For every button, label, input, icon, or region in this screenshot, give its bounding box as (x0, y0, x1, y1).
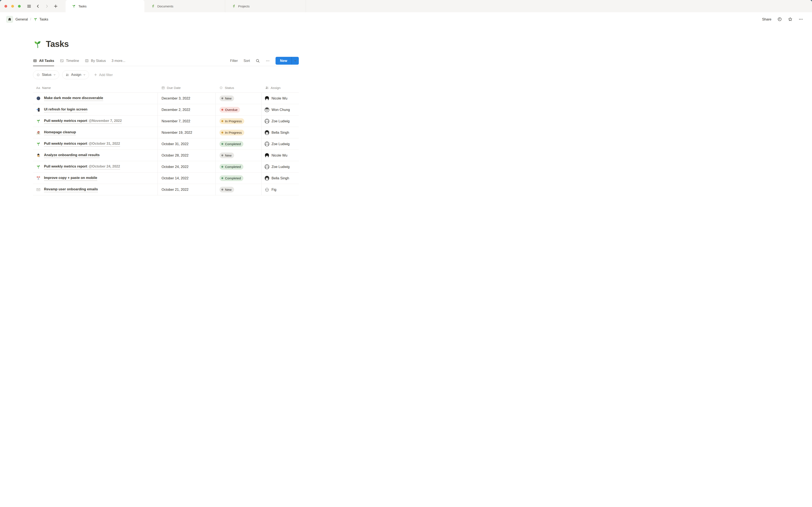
date-mention[interactable]: @November 7, 2022 (89, 119, 122, 122)
table-row[interactable]: Make dark mode more discoverableDecember… (33, 93, 299, 104)
task-name-cell[interactable]: Pull weekly metrics report@October 31, 2… (33, 138, 158, 150)
column-header-name[interactable]: Aa Name (33, 86, 158, 90)
breadcrumb-workspace[interactable]: General (15, 17, 28, 21)
task-name-cell[interactable]: Revamp user onboarding emails (33, 184, 158, 195)
filter-button[interactable]: Filter (230, 59, 238, 63)
status-cell[interactable]: New (215, 150, 261, 161)
forward-icon[interactable] (45, 4, 49, 8)
window-tab-projects[interactable]: Projects (225, 0, 306, 12)
task-name-cell[interactable]: Pull weekly metrics report@November 7, 2… (33, 116, 158, 127)
page-title[interactable]: Tasks (46, 39, 69, 49)
view-tab-all-tasks[interactable]: All Tasks (33, 56, 54, 66)
task-title[interactable]: Pull weekly metrics report (44, 164, 87, 168)
status-dot (221, 109, 223, 111)
status-cell[interactable]: Completed (215, 173, 261, 184)
window-tab-tasks[interactable]: Tasks (65, 0, 144, 12)
assign-cell[interactable]: Zoe Ludwig (261, 138, 299, 150)
assign-cell[interactable]: Nicole Wu (261, 150, 299, 161)
status-cell[interactable]: In Progress (215, 116, 261, 127)
task-name-cell[interactable]: Make dark mode more discoverable (33, 93, 158, 104)
status-badge[interactable]: In Progress (219, 118, 244, 124)
new-button-dropdown[interactable] (292, 57, 299, 65)
column-header-status[interactable]: Status (215, 86, 261, 90)
status-cell[interactable]: New (215, 93, 261, 104)
status-badge[interactable]: Completed (219, 141, 243, 147)
close-window-button[interactable] (4, 5, 7, 8)
task-name-cell[interactable]: UI refresh for login screen (33, 104, 158, 115)
breadcrumb-page[interactable]: Tasks (34, 17, 48, 21)
status-cell[interactable]: Overdue (215, 104, 261, 115)
task-name-cell[interactable]: Analyze onboarding email results (33, 150, 158, 161)
window-tab-documents[interactable]: Documents (144, 0, 225, 12)
status-cell[interactable]: In Progress (215, 127, 261, 138)
table-row[interactable]: Revamp user onboarding emailsOctober 21,… (33, 184, 299, 195)
filter-chip-assign[interactable]: Assign (62, 70, 89, 79)
new-tab-icon[interactable] (53, 4, 58, 8)
back-icon[interactable] (36, 4, 40, 8)
due-date-cell[interactable]: October 31, 2022 (158, 138, 215, 150)
date-mention[interactable]: @October 31, 2022 (89, 142, 120, 145)
assign-cell[interactable]: Zoe Ludwig (261, 116, 299, 127)
assign-cell[interactable]: Fig (261, 184, 299, 195)
table-row[interactable]: Homepage cleanupNovember 19, 2022In Prog… (33, 127, 299, 138)
status-cell[interactable]: Completed (215, 161, 261, 172)
table-view-icon (33, 59, 37, 63)
status-badge[interactable]: Completed (219, 175, 243, 181)
task-title[interactable]: Revamp user onboarding emails (44, 187, 98, 191)
due-date-cell[interactable]: October 21, 2022 (158, 184, 215, 195)
assign-cell[interactable]: Zoe Ludwig (261, 161, 299, 172)
home-icon[interactable] (6, 16, 13, 23)
assign-cell[interactable]: Bella Singh (261, 127, 299, 138)
table-row[interactable]: UI refresh for login screenDecember 2, 2… (33, 104, 299, 116)
table-row[interactable]: Analyze onboarding email resultsOctober … (33, 150, 299, 161)
table-row[interactable]: Pull weekly metrics report@October 31, 2… (33, 138, 299, 150)
task-title[interactable]: Pull weekly metrics report (44, 119, 87, 122)
task-title[interactable]: Improve copy + paste on mobile (44, 176, 97, 180)
assign-cell[interactable]: Bella Singh (261, 173, 299, 184)
task-name-cell[interactable]: Improve copy + paste on mobile (33, 173, 158, 184)
view-more-icon[interactable] (266, 59, 270, 63)
column-header-assign[interactable]: Assign (261, 86, 299, 90)
zoom-window-button[interactable] (18, 5, 21, 8)
task-title[interactable]: Homepage cleanup (44, 130, 76, 134)
add-filter-button[interactable]: Add filter (94, 73, 113, 77)
due-date-cell[interactable]: October 14, 2022 (158, 173, 215, 184)
search-icon[interactable] (256, 59, 260, 63)
due-date-cell[interactable]: December 2, 2022 (158, 104, 215, 115)
task-title[interactable]: Analyze onboarding email results (44, 153, 100, 157)
status-badge[interactable]: New (219, 153, 234, 158)
table-row[interactable]: Pull weekly metrics report@November 7, 2… (33, 116, 299, 127)
task-title[interactable]: Make dark mode more discoverable (44, 96, 103, 100)
task-title[interactable]: Pull weekly metrics report (44, 142, 87, 145)
status-badge[interactable]: In Progress (219, 130, 244, 135)
status-cell[interactable]: New (215, 184, 261, 195)
filter-chip-status[interactable]: Status (33, 70, 59, 79)
assign-cell[interactable]: Nicole Wu (261, 93, 299, 104)
minimize-window-button[interactable] (11, 5, 14, 8)
due-date-cell[interactable]: November 19, 2022 (158, 127, 215, 138)
new-button[interactable]: New (275, 57, 299, 65)
status-badge[interactable]: New (219, 187, 234, 192)
column-header-due-date[interactable]: Due Date (158, 86, 215, 90)
status-badge[interactable]: Overdue (219, 107, 240, 113)
due-date-cell[interactable]: December 3, 2022 (158, 93, 215, 104)
due-date-cell[interactable]: November 7, 2022 (158, 116, 215, 127)
menu-icon[interactable] (27, 4, 31, 8)
due-date-cell[interactable]: October 24, 2022 (158, 161, 215, 172)
task-name-cell[interactable]: Homepage cleanup (33, 127, 158, 138)
date-mention[interactable]: @October 24, 2022 (89, 164, 120, 168)
table-row[interactable]: Pull weekly metrics report@October 24, 2… (33, 161, 299, 173)
assign-cell[interactable]: Won Chung (261, 104, 299, 115)
task-title[interactable]: UI refresh for login screen (44, 107, 87, 111)
task-name-cell[interactable]: Pull weekly metrics report@October 24, 2… (33, 161, 158, 172)
status-badge[interactable]: Completed (219, 164, 243, 170)
sort-button[interactable]: Sort (244, 59, 250, 63)
more-views-button[interactable]: 3 more... (112, 59, 125, 63)
view-tab-timeline[interactable]: Timeline (60, 56, 79, 66)
status-cell[interactable]: Completed (215, 138, 261, 150)
seedling-icon[interactable] (33, 40, 42, 49)
table-row[interactable]: Improve copy + paste on mobileOctober 14… (33, 173, 299, 184)
due-date-cell[interactable]: October 28, 2022 (158, 150, 215, 161)
view-tab-by-status[interactable]: By Status (85, 56, 106, 66)
status-badge[interactable]: New (219, 96, 234, 101)
